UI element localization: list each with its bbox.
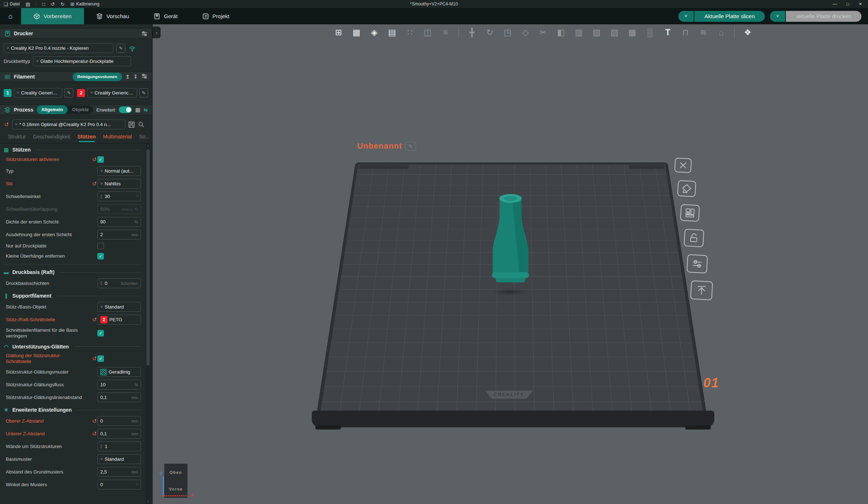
support-paint-button[interactable]: ▧ [589, 25, 604, 40]
tab-multimaterial[interactable]: Multimaterial [103, 134, 132, 140]
edit-filament-2-button[interactable]: ✎ [139, 88, 148, 97]
spray-paint-button[interactable]: ▒ [643, 25, 657, 40]
notes-icon[interactable]: ▤ [26, 1, 30, 7]
plate-manager-button[interactable]: ▤ [385, 25, 399, 40]
orientation-cube[interactable]: Oben Vorne [164, 464, 187, 498]
reset-icon[interactable]: ↺ [92, 355, 97, 362]
object-list-button[interactable]: ≡ [438, 25, 453, 40]
distribute-objects-button[interactable]: ∷ [403, 25, 417, 40]
support-style-dropdown[interactable]: Nahtlos [97, 179, 141, 189]
text-tool-button[interactable]: T [661, 25, 675, 40]
add-plate-button[interactable]: ▦ [349, 25, 364, 40]
slice-button[interactable]: Aktuelle Platte slicen [694, 11, 765, 22]
edit-printer-button[interactable]: ✎ [116, 44, 125, 53]
reset-icon[interactable]: ↺ [92, 316, 97, 323]
reset-icon[interactable]: ↺ [92, 156, 97, 163]
reset-icon[interactable]: ↺ [92, 431, 97, 437]
mode-objekte[interactable]: Objekte [68, 107, 93, 112]
collapse-sidebar-button[interactable]: ‹ [153, 27, 161, 38]
printer-settings-icon[interactable] [141, 31, 148, 37]
buildplate-only-checkbox[interactable] [97, 243, 104, 249]
reduce-interface-filament-checkbox[interactable] [97, 330, 104, 336]
height-range-button[interactable]: ≋ [696, 25, 711, 40]
load-filament-icon[interactable]: ↧ [133, 74, 138, 80]
preset-dropdown[interactable]: * 0.16mm Optimal @Creality K2 Pro 0.4 n.… [12, 120, 125, 129]
tab-projekt[interactable]: Projekt [190, 8, 242, 24]
cube-front-label[interactable]: Vorne [164, 487, 187, 491]
filament-1-dropdown[interactable]: Creality Generic P... [14, 88, 62, 98]
move-tool-button[interactable]: ╋ [465, 25, 479, 40]
add-model-button[interactable]: ⊞ [331, 25, 346, 40]
auto-arrange-button[interactable]: ◈ [367, 25, 381, 40]
redo-icon[interactable]: ↻ [61, 1, 65, 7]
reset-preset-icon[interactable]: ↺ [4, 121, 9, 128]
cube-top-label[interactable]: Oben [164, 470, 187, 475]
compare-presets-icon[interactable]: ⇆ [144, 107, 148, 113]
filament-2-dropdown[interactable]: Creality Generic PETG [87, 88, 137, 98]
settings-scrollbar[interactable]: ˄ ˅ [146, 144, 150, 504]
fuzzy-skin-button[interactable]: ▩ [625, 25, 639, 40]
close-button[interactable]: ✕ [859, 1, 862, 7]
clone-tool-button[interactable]: ◧ [554, 25, 568, 40]
rotate-tool-button[interactable]: ↻ [483, 25, 497, 40]
threshold-angle-input[interactable]: 30 ° [97, 191, 141, 201]
purge-volume-button[interactable]: Reinigungsvolumen [73, 73, 122, 81]
tab-geschwindigkeit[interactable]: Geschwindigkeit [33, 134, 70, 140]
unload-filament-icon[interactable]: ↥ [126, 74, 130, 80]
filament-settings-icon[interactable] [141, 73, 148, 80]
enable-supports-checkbox[interactable] [97, 156, 104, 163]
smoothing-flow-input[interactable]: 10 % [97, 380, 141, 390]
fixture-tool-button[interactable]: ⊓ [678, 25, 693, 40]
auto-fix-button[interactable]: ⌂ [714, 25, 728, 40]
search-settings-icon[interactable] [138, 121, 145, 128]
lock-plate-button[interactable] [684, 229, 704, 247]
scroll-up-icon[interactable]: ˄ [146, 144, 150, 148]
save-preset-icon[interactable] [128, 121, 135, 128]
slice-options-chevron[interactable]: ˅ [678, 11, 694, 22]
multicolor-puzzle-button[interactable]: ❖ [740, 25, 755, 40]
lay-on-face-button[interactable]: ◇ [518, 25, 533, 40]
tab-stuetzen[interactable]: Stützen [77, 134, 96, 140]
print-options-chevron[interactable]: ˅ [770, 11, 785, 22]
smoothing-pattern-dropdown[interactable]: Geradlinig [97, 367, 141, 377]
delete-plate-button[interactable] [674, 158, 692, 173]
plate-settings-button[interactable] [687, 254, 708, 274]
scroll-down-icon[interactable]: ˅ [146, 500, 150, 503]
remove-small-overhangs-checkbox[interactable] [97, 253, 104, 259]
support-type-dropdown[interactable]: Normal (aut... [97, 166, 141, 176]
seam-paint-button[interactable]: ▨ [607, 25, 622, 40]
advanced-toggle[interactable] [119, 106, 132, 113]
maximize-button[interactable]: □ [847, 1, 849, 7]
printer-dropdown[interactable]: Creality K2 Pro 0.4 nozzle - Kopieren [4, 43, 113, 53]
support-object-dropdown[interactable]: Standard [97, 302, 141, 312]
mode-allgemein[interactable]: Allgemein [37, 105, 68, 114]
scrollbar-thumb[interactable] [146, 149, 150, 366]
tab-sonstiges[interactable]: So... [139, 134, 150, 140]
bottom-z-distance-input[interactable]: 0,1 mm [97, 429, 141, 439]
viewport-3d[interactable]: ‹ ⊞ ▦ ◈ ▤ ∷ ◫ ≡ ╋ ↻ ◳ ◇ ✂ ◧ ▥ ▧ ▨ ▩ ▒ T … [153, 24, 868, 504]
tab-struktur[interactable]: Struktur [8, 134, 26, 140]
home-button[interactable]: ⌂ [0, 8, 21, 24]
first-layer-density-input[interactable]: 90 % [97, 217, 141, 227]
reset-icon[interactable]: ↺ [92, 181, 97, 187]
scale-tool-button[interactable]: ◳ [500, 25, 515, 40]
base-pattern-dropdown[interactable]: Standard [97, 454, 141, 464]
stepper-icon[interactable] [100, 194, 102, 199]
stepper-icon[interactable] [100, 444, 102, 449]
first-layer-expansion-input[interactable]: 2 mm [97, 230, 141, 239]
tab-vorbereiten[interactable]: Vorbereiten [21, 8, 84, 24]
tab-vorschau[interactable]: Vorschau [84, 8, 142, 24]
save-icon[interactable]: □ [42, 1, 45, 7]
support-walls-input[interactable]: 1 [97, 441, 141, 451]
top-z-distance-input[interactable]: 0 mm [97, 416, 141, 426]
smoothing-line-spacing-input[interactable]: 0,1 mm [97, 392, 141, 402]
print-button[interactable]: aktuelle Platte drucken [786, 11, 861, 22]
merge-objects-button[interactable]: ◫ [420, 25, 435, 40]
model-flask[interactable] [490, 193, 530, 293]
orient-plate-button[interactable] [677, 180, 696, 197]
base-pattern-spacing-input[interactable]: 2,5 mm [97, 467, 141, 477]
menu-datei[interactable]: ❏ Datei [4, 1, 20, 7]
reset-icon[interactable]: ↺ [92, 418, 97, 424]
minimize-button[interactable]: — [833, 1, 837, 7]
cut-tool-button[interactable]: ✂ [536, 25, 550, 40]
